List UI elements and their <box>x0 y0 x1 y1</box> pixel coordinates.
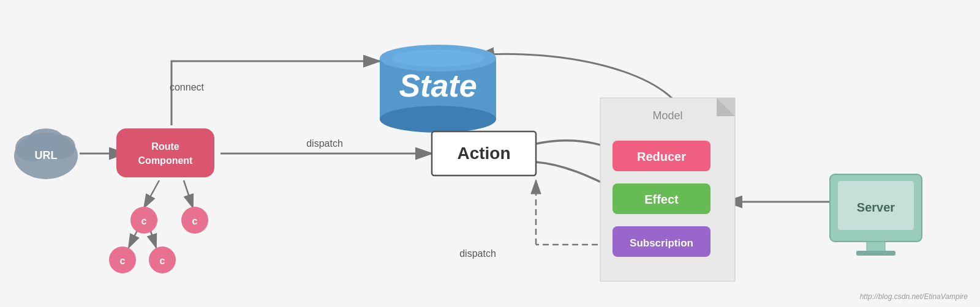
diagram-container: URL Route Component connect dispatch Sta… <box>0 0 980 307</box>
component-c3-node: c <box>109 246 136 273</box>
model-node: Model Reducer Effect Subscription <box>600 98 735 281</box>
svg-point-10 <box>380 106 496 133</box>
state-node: State <box>380 45 496 133</box>
action-node: Action <box>432 131 536 176</box>
action-label: Action <box>457 144 510 163</box>
route-component-label2: Component <box>138 155 194 166</box>
subscription-label: Subscription <box>630 237 693 249</box>
route-component-node: Route Component <box>116 128 214 177</box>
effect-label: Effect <box>644 193 679 206</box>
dispatch-label-1: dispatch <box>306 138 343 149</box>
watermark: http://blog.csdn.net/EtinaVampire <box>860 292 968 301</box>
c3-label: c <box>120 256 126 266</box>
c4-label: c <box>160 256 165 266</box>
connect-label: connect <box>170 82 205 92</box>
svg-point-11 <box>392 50 484 67</box>
svg-rect-7 <box>116 128 214 177</box>
server-label: Server <box>857 201 895 214</box>
model-label: Model <box>652 109 682 122</box>
dispatch-label-2: dispatch <box>459 248 496 259</box>
svg-rect-22 <box>856 251 895 256</box>
route-component-label1: Route <box>151 141 179 152</box>
reducer-label: Reducer <box>637 150 686 163</box>
component-c4-node: c <box>149 246 176 273</box>
url-label: URL <box>35 149 58 161</box>
c2-label: c <box>192 216 198 226</box>
component-c1-node: c <box>130 207 157 234</box>
state-label: State <box>399 68 477 103</box>
diagram-svg: URL Route Component connect dispatch Sta… <box>0 0 980 307</box>
c1-label: c <box>141 216 147 226</box>
component-c2-node: c <box>181 207 208 234</box>
